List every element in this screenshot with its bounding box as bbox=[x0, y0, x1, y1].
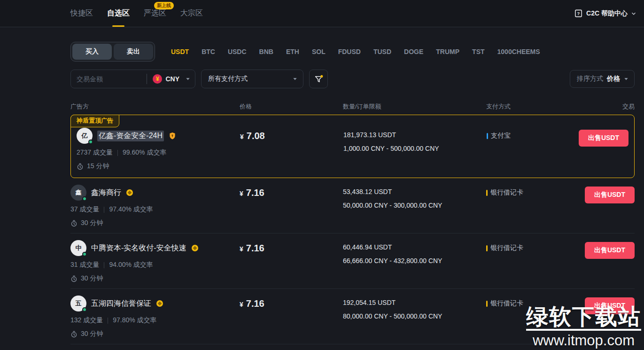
price-cell: ¥ 7.16 bbox=[240, 298, 343, 309]
merchant-stats: 132 成交量 97.80% 成交率 bbox=[70, 316, 240, 325]
asset-tab-usdt[interactable]: USDT bbox=[171, 48, 189, 55]
buy-button[interactable]: 买入 bbox=[72, 44, 112, 60]
chevron-down-icon bbox=[631, 11, 636, 16]
currency-symbol: ¥ bbox=[240, 133, 244, 140]
asset-tab-bnb[interactable]: BNB bbox=[259, 48, 273, 55]
payment-method-name: 银行借记卡 bbox=[490, 244, 523, 252]
sell-button[interactable]: 卖出 bbox=[114, 44, 153, 60]
price-value: 7.16 bbox=[246, 187, 264, 198]
ad-row: 鑫 鑫海商行 37 成交量 97.40% 成交率 bbox=[70, 178, 635, 233]
tab-label: 自选区 bbox=[107, 8, 130, 18]
online-status-dot bbox=[88, 140, 93, 144]
top-navigation-bar: 快捷区 自选区 严选区 新上线 大宗区 ? C2C 帮助中心 bbox=[0, 0, 644, 27]
help-book-icon: ? bbox=[574, 9, 583, 18]
payment-method-name: 银行借记卡 bbox=[490, 188, 523, 197]
header-payment: 支付方式 bbox=[486, 102, 577, 111]
online-status-dot bbox=[82, 196, 87, 201]
sort-dropdown[interactable]: 排序方式 价格 bbox=[570, 70, 635, 88]
payment-method-cell: 银行借记卡 bbox=[486, 299, 577, 308]
amount-input[interactable] bbox=[77, 75, 141, 83]
tab-express-zone[interactable]: 快捷区 bbox=[70, 0, 93, 27]
avatar[interactable]: 亿 bbox=[77, 128, 93, 144]
advertiser-cell: 鑫 鑫海商行 37 成交量 97.40% 成交率 bbox=[70, 185, 240, 227]
tab-select-zone[interactable]: 严选区 新上线 bbox=[144, 0, 166, 27]
fiat-currency-select[interactable]: ¥ CNY bbox=[153, 74, 190, 84]
merchant-stats: 31 成交量 94.00% 成交率 bbox=[70, 261, 240, 269]
sell-usdt-button[interactable]: 出售USDT bbox=[579, 130, 628, 147]
asset-tab-1000cheems[interactable]: 1000CHEEMS bbox=[497, 48, 540, 55]
amount-limit-cell: 181,973.13 USDT 1,000.00 CNY - 500,000.0… bbox=[343, 131, 487, 152]
payment-color-bar bbox=[487, 133, 488, 139]
trade-action-cell: 出售USDT bbox=[577, 187, 635, 203]
asset-tab-doge[interactable]: DOGE bbox=[404, 48, 423, 55]
completion-rate: 94.00% 成交率 bbox=[109, 261, 153, 269]
asset-tab-usdc[interactable]: USDC bbox=[228, 48, 247, 55]
merchant-stats: 2737 成交量 99.60% 成交率 bbox=[77, 148, 240, 157]
asset-tab-tusd[interactable]: TUSD bbox=[373, 48, 391, 55]
help-center-label: C2C 帮助中心 bbox=[586, 9, 628, 18]
merchant-name[interactable]: 鑫海商行 bbox=[91, 188, 121, 198]
advertiser-cell: 亿 亿鑫-资金安全-24H 2737 成交量 9 bbox=[77, 128, 240, 171]
trade-action-cell: 出售USDT bbox=[577, 297, 635, 314]
tab-block-zone[interactable]: 大宗区 bbox=[180, 0, 203, 27]
trade-action-cell: 出售USDT bbox=[577, 130, 628, 147]
amount-filter-box: ¥ CNY bbox=[70, 70, 195, 88]
clock-icon bbox=[70, 275, 78, 282]
payment-time-limit: 30 分钟 bbox=[70, 274, 240, 283]
merchant-stats: 37 成交量 97.40% 成交率 bbox=[70, 205, 240, 214]
amount-limit-cell: 60,446.94 USDT 66,666.00 CNY - 432,800.0… bbox=[343, 243, 486, 264]
buy-sell-toggle: 买入 卖出 bbox=[70, 42, 155, 62]
payment-color-bar bbox=[486, 190, 488, 196]
trade-count: 2737 成交量 bbox=[77, 148, 113, 157]
ad-row: 亿 亿鑫-资金安全-24H 2737 成交量 9 bbox=[71, 115, 634, 176]
payment-method-cell: 银行借记卡 bbox=[486, 188, 577, 197]
filter-row: ¥ CNY 所有支付方式 排序方式 价格 bbox=[70, 70, 635, 88]
payment-method-cell: 银行借记卡 bbox=[486, 244, 577, 252]
avatar[interactable]: 中 bbox=[70, 240, 86, 256]
price-value: 7.08 bbox=[247, 131, 265, 141]
amount-limit-cell: 192,054.15 USDT 80,000.00 CNY - 500,000.… bbox=[343, 299, 486, 320]
payment-method-cell: 支付宝 bbox=[487, 132, 577, 140]
payment-method-name: 支付宝 bbox=[491, 132, 511, 140]
help-center-link[interactable]: ? C2C 帮助中心 bbox=[574, 9, 636, 18]
avatar[interactable]: 鑫 bbox=[70, 185, 86, 201]
trade-count: 31 成交量 bbox=[70, 261, 99, 269]
asset-tab-sol[interactable]: SOL bbox=[312, 48, 326, 55]
price-cell: ¥ 7.16 bbox=[240, 243, 343, 254]
asset-tab-btc[interactable]: BTC bbox=[202, 48, 215, 55]
available-amount: 192,054.15 USDT bbox=[343, 299, 486, 306]
fiat-code: CNY bbox=[165, 75, 179, 83]
divider bbox=[104, 262, 104, 268]
payment-time-limit: 15 分钟 bbox=[77, 162, 240, 171]
header-trade: 交易 bbox=[577, 102, 635, 111]
funnel-icon bbox=[314, 75, 323, 84]
asset-tab-tst[interactable]: TST bbox=[472, 48, 484, 55]
sell-usdt-button[interactable]: 出售USDT bbox=[585, 297, 635, 314]
verified-merchant-icon bbox=[156, 300, 163, 307]
amount-limit-cell: 53,438.12 USDT 50,000.00 CNY - 300,000.0… bbox=[343, 188, 486, 209]
payment-time-limit: 30 分钟 bbox=[70, 330, 240, 338]
available-amount: 181,973.13 USDT bbox=[343, 131, 487, 139]
caret-down-icon bbox=[624, 77, 628, 81]
order-limit: 50,000.00 CNY - 300,000.00 CNY bbox=[343, 202, 486, 209]
advertiser-cell: 五 五湖四海信誉保证 132 成交量 97.80% 成交率 bbox=[70, 296, 240, 338]
tab-label: 快捷区 bbox=[70, 8, 93, 18]
price-value: 7.16 bbox=[246, 243, 264, 254]
asset-tab-trump[interactable]: TRUMP bbox=[436, 48, 459, 55]
merchant-name[interactable]: 亿鑫-资金安全-24H bbox=[97, 131, 164, 141]
order-limit: 66,666.00 CNY - 432,800.00 CNY bbox=[343, 257, 486, 264]
avatar[interactable]: 五 bbox=[70, 296, 86, 311]
sell-usdt-button[interactable]: 出售USDT bbox=[585, 242, 635, 259]
advanced-filter-button[interactable] bbox=[309, 70, 328, 88]
tab-p2p-zone[interactable]: 自选区 bbox=[107, 0, 130, 27]
payment-method-select[interactable]: 所有支付方式 bbox=[201, 70, 303, 88]
c2c-market-page: 买入 卖出 USDT BTC USDC BNB ETH SOL FDUSD TU… bbox=[0, 41, 644, 344]
merchant-name[interactable]: 五湖四海信誉保证 bbox=[91, 299, 151, 309]
merchant-name[interactable]: 中腾资本-实名收付-安全快速 bbox=[91, 243, 186, 253]
asset-tab-fdusd[interactable]: FDUSD bbox=[338, 48, 361, 55]
currency-symbol: ¥ bbox=[240, 190, 243, 197]
sell-usdt-button[interactable]: 出售USDT bbox=[585, 187, 635, 203]
header-advertiser: 广告方 bbox=[70, 102, 240, 111]
asset-tab-eth[interactable]: ETH bbox=[286, 48, 299, 55]
sort-label: 排序方式 bbox=[577, 75, 603, 83]
